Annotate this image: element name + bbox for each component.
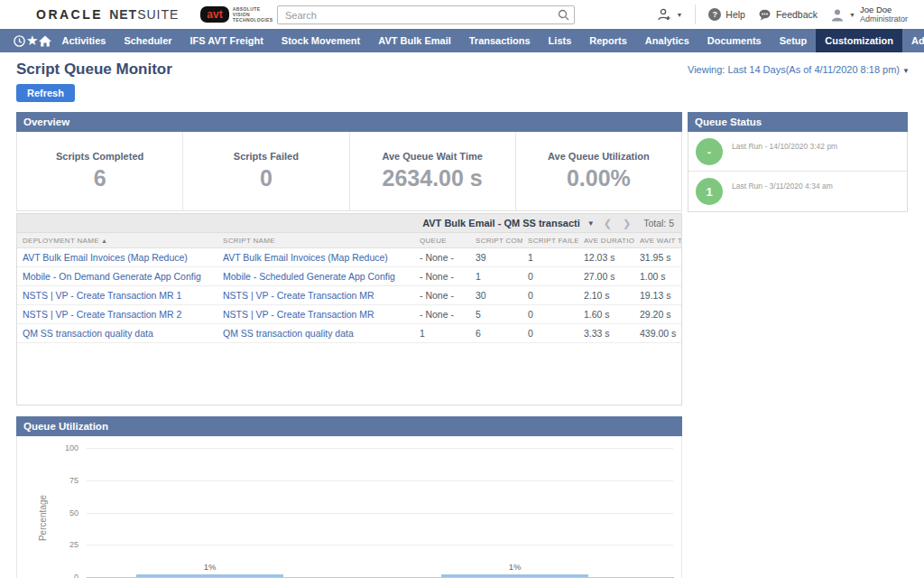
table-cell: NSTS | VP - Create Transaction MR bbox=[217, 309, 414, 320]
column-header[interactable]: SCRIPT COMP... bbox=[470, 237, 522, 245]
nav-item-scheduler[interactable]: Scheduler bbox=[115, 29, 180, 52]
search-input[interactable] bbox=[277, 5, 575, 24]
column-header[interactable]: SCRIPT NAME bbox=[217, 237, 414, 245]
chevron-down-icon[interactable]: ▼ bbox=[587, 219, 595, 228]
table-cell: 1.60 s bbox=[578, 309, 634, 320]
deployment-selector[interactable]: AVT Bulk Email - QM SS transacti bbox=[422, 218, 580, 228]
table-cell: 1 bbox=[522, 252, 578, 263]
table-cell: 1 bbox=[414, 328, 470, 339]
record-link[interactable]: NSTS | VP - Create Transaction MR bbox=[223, 290, 374, 301]
table-cell: 1.00 s bbox=[634, 271, 681, 282]
chevron-down-icon: ▼ bbox=[902, 67, 910, 75]
queue-status-last-run: Last Run - 3/11/2020 4:34 am bbox=[732, 182, 833, 205]
table-row: QM SS transaction quality dataQM SS tran… bbox=[17, 324, 681, 343]
column-header[interactable]: AVE WAIT TIM... bbox=[634, 237, 681, 245]
metric-value: 6 bbox=[94, 165, 106, 191]
nav-item-reports[interactable]: Reports bbox=[580, 29, 636, 52]
nav-item-customization[interactable]: Customization bbox=[816, 29, 902, 52]
queue-status-list: -Last Run - 14/10/2020 3:42 pm1Last Run … bbox=[688, 132, 908, 212]
y-tick-label: 75 bbox=[44, 476, 79, 485]
nav-item-lists[interactable]: Lists bbox=[540, 29, 581, 52]
avt-logo: avt ABSOLUTE VISION TECHNOLOGIES bbox=[200, 6, 273, 23]
table-cell: 19.13 s bbox=[634, 290, 681, 301]
table-cell: 0 bbox=[522, 271, 578, 282]
nav-item-documents[interactable]: Documents bbox=[698, 29, 771, 52]
nav-item-setup[interactable]: Setup bbox=[771, 29, 817, 52]
nav-item-avt-bulk-email[interactable]: AVT Bulk Email bbox=[369, 29, 459, 52]
table-row: NSTS | VP - Create Transaction MR 2NSTS … bbox=[17, 305, 681, 324]
metric-label: Ave Queue Wait Time bbox=[382, 151, 482, 162]
gridline bbox=[87, 480, 673, 481]
sort-ascending-icon: ▲ bbox=[99, 238, 107, 244]
gridline bbox=[87, 513, 673, 514]
table-cell: - None - bbox=[414, 290, 470, 301]
record-link[interactable]: Mobile - Scheduled Generate App Config bbox=[223, 271, 395, 282]
table-row: Mobile - On Demand Generate App ConfigMo… bbox=[17, 267, 681, 286]
record-link[interactable]: NSTS | VP - Create Transaction MR 2 bbox=[23, 309, 181, 320]
table-cell: 1 bbox=[470, 271, 522, 282]
record-link[interactable]: NSTS | VP - Create Transaction MR 1 bbox=[23, 290, 181, 301]
user-icon bbox=[830, 8, 845, 22]
quick-add-button[interactable]: ▼ bbox=[657, 8, 682, 21]
nav-item-activities[interactable]: Activities bbox=[52, 29, 115, 52]
user-name: Joe Doe bbox=[860, 5, 908, 14]
prev-page-button[interactable]: ❮ bbox=[602, 218, 614, 229]
bar-value-label: 1% bbox=[441, 562, 588, 572]
nav-item-ifs-avt-freight[interactable]: IFS AVT Freight bbox=[181, 29, 273, 52]
record-link[interactable]: QM SS transaction quality data bbox=[223, 328, 354, 339]
table-cell: QM SS transaction quality data bbox=[217, 328, 414, 339]
home-icon[interactable] bbox=[38, 29, 52, 52]
nav-item-administration-controls[interactable]: Administration & Controls bbox=[902, 29, 924, 52]
table-body: AVT Bulk Email Invoices (Map Reduce)AVT … bbox=[17, 248, 681, 343]
table-cell: 439.00 s bbox=[634, 328, 681, 339]
table-cell: 0 bbox=[522, 328, 578, 339]
table-row: NSTS | VP - Create Transaction MR 1NSTS … bbox=[17, 286, 681, 305]
page-title: Script Queue Monitor bbox=[16, 61, 172, 79]
table-cell: Mobile - Scheduled Generate App Config bbox=[217, 271, 414, 282]
column-header[interactable]: AVE DURATIO... bbox=[578, 237, 634, 245]
table-cell: Mobile - On Demand Generate App Config bbox=[17, 271, 217, 282]
nav-item-analytics[interactable]: Analytics bbox=[636, 29, 698, 52]
column-header[interactable]: DEPLOYMENT NAME ▲ bbox=[17, 237, 217, 245]
shortcuts-star-icon[interactable]: ★ bbox=[26, 29, 38, 52]
user-menu[interactable]: ▼ Joe Doe Administrator bbox=[830, 5, 908, 23]
utilization-bar bbox=[441, 574, 588, 577]
record-link[interactable]: QM SS transaction quality data bbox=[23, 328, 153, 339]
table-cell: 6 bbox=[470, 328, 522, 339]
metric-value: 2634.00 s bbox=[383, 165, 483, 191]
record-link[interactable]: Mobile - On Demand Generate App Config bbox=[23, 271, 201, 282]
table-cell: NSTS | VP - Create Transaction MR 1 bbox=[17, 290, 217, 301]
overview-panel: Overview Scripts Completed6Scripts Faile… bbox=[16, 112, 682, 211]
metric-label: Scripts Completed bbox=[56, 151, 143, 162]
metric: Ave Queue Utilization0.00% bbox=[515, 132, 681, 210]
queue-status-panel: Queue Status -Last Run - 14/10/2020 3:42… bbox=[688, 112, 908, 212]
search-icon[interactable] bbox=[558, 9, 569, 21]
user-role: Administrator bbox=[860, 14, 908, 23]
recent-records-icon[interactable] bbox=[13, 29, 26, 52]
record-link[interactable]: AVT Bulk Email Invoices (Map Reduce) bbox=[23, 252, 188, 263]
record-link[interactable]: NSTS | VP - Create Transaction MR bbox=[223, 309, 374, 320]
metric-label: Ave Queue Utilization bbox=[548, 151, 650, 162]
nav-item-stock-movement[interactable]: Stock Movement bbox=[273, 29, 369, 52]
column-header[interactable]: QUEUE bbox=[414, 237, 470, 245]
metric: Scripts Completed6 bbox=[17, 132, 182, 210]
y-tick-label: 25 bbox=[44, 540, 79, 549]
queue-utilization-panel: Queue Utilization Percentage 02550751001… bbox=[16, 416, 682, 578]
queue-status-badge: 1 bbox=[696, 178, 723, 205]
record-link[interactable]: AVT Bulk Email Invoices (Map Reduce) bbox=[223, 252, 388, 263]
table-cell: AVT Bulk Email Invoices (Map Reduce) bbox=[217, 252, 414, 263]
table-cell: 0 bbox=[522, 290, 578, 301]
table-cell: 5 bbox=[470, 309, 522, 320]
queue-status-badge: - bbox=[696, 138, 723, 165]
viewing-range-dropdown[interactable]: Viewing: Last 14 Days(As of 4/11/2020 8:… bbox=[688, 64, 910, 75]
help-button[interactable]: ? Help bbox=[708, 8, 745, 21]
main-nav: ★ ActivitiesSchedulerIFS AVT FreightStoc… bbox=[0, 29, 924, 52]
feedback-button[interactable]: Feedback bbox=[758, 9, 818, 21]
column-header[interactable]: SCRIPT FAILE... bbox=[522, 237, 578, 245]
refresh-button[interactable]: Refresh bbox=[16, 84, 75, 102]
user-info: Joe Doe Administrator bbox=[860, 5, 908, 23]
next-page-button[interactable]: ❯ bbox=[621, 218, 633, 229]
nav-item-transactions[interactable]: Transactions bbox=[460, 29, 540, 52]
add-record-icon bbox=[657, 8, 671, 21]
overview-panel-title: Overview bbox=[16, 112, 682, 132]
